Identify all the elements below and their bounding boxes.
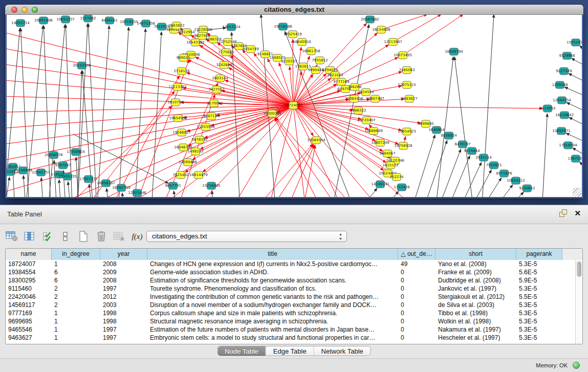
network-node[interactable]: 1640954 [428, 126, 445, 134]
cell-pagerank[interactable]: 5.3E-5 [516, 334, 562, 342]
network-node[interactable]: 7986322 [350, 107, 366, 114]
cell-title[interactable]: Disruption of a novel member of a sodium… [147, 301, 398, 309]
select-rows-button[interactable] [41, 230, 54, 243]
cell-year[interactable]: 1998 [100, 317, 147, 325]
cell-in_degree[interactable]: 6 [52, 268, 100, 276]
tab-node-table[interactable]: Node Table [217, 346, 266, 356]
cell-title[interactable]: Genome-wide association studies in ADHD. [147, 268, 398, 276]
network-node[interactable]: 8215955 [539, 105, 555, 112]
cell-name[interactable]: 9777169 [6, 309, 52, 317]
cell-name[interactable]: 14569117 [6, 301, 52, 309]
network-node[interactable]: 7485063 [399, 67, 415, 74]
network-node[interactable]: 1810755 [167, 99, 183, 106]
cell-name[interactable]: 19384554 [6, 268, 52, 276]
network-node[interactable]: 6479197 [454, 141, 470, 148]
table-row[interactable]: 1872400712008Changes of HCN gene express… [6, 260, 575, 268]
table-row[interactable]: 946362711997Embryonic stem cells: a mode… [6, 334, 575, 342]
network-node[interactable]: 10719155 [120, 18, 138, 26]
cell-short[interactable]: Franke et al. (2009) [435, 268, 516, 276]
network-node[interactable]: 20153346 [73, 62, 91, 69]
cell-in_degree[interactable]: 2 [52, 293, 100, 301]
cell-title[interactable]: Estimation of significance thresholds fo… [147, 276, 398, 285]
network-node[interactable]: 2718126 [173, 68, 190, 75]
network-node[interactable]: 15692971 [552, 127, 571, 135]
cell-name[interactable]: 9465546 [6, 325, 52, 334]
network-node[interactable]: 10653237 [56, 16, 75, 23]
network-node[interactable]: 16914479 [189, 171, 208, 179]
table-selector-dropdown[interactable]: citations_edges.txt ▲▼ [146, 231, 347, 242]
cell-pagerank[interactable]: 5.3E-5 [516, 260, 562, 268]
network-node[interactable]: 9463627 [401, 95, 417, 102]
cell-year[interactable]: 2008 [100, 260, 147, 268]
cell-year[interactable]: 2009 [100, 268, 147, 276]
cell-out_de[interactable]: 49 [398, 260, 435, 268]
cell-pagerank[interactable]: 5.3E-5 [516, 325, 562, 334]
network-node[interactable]: 6466161 [101, 17, 117, 24]
cell-out_de[interactable]: 0 [398, 317, 435, 325]
network-node[interactable]: 9684067 [379, 150, 395, 157]
network-node[interactable]: 15751074 [567, 39, 582, 46]
delete-table-button[interactable] [95, 230, 108, 243]
cell-short[interactable]: Yano et al. (2008) [435, 260, 516, 268]
cell-year[interactable]: 2012 [100, 293, 147, 301]
cell-out_de[interactable]: 0 [398, 293, 435, 301]
cell-in_degree[interactable]: 1 [52, 309, 100, 317]
cell-title[interactable]: Tourette syndrome. Phenomenology and cla… [147, 285, 398, 293]
network-node[interactable]: 17016504 [559, 142, 577, 149]
new-table-button[interactable] [77, 230, 90, 243]
column-header-out_de[interactable]: △ out_de… [398, 249, 435, 260]
network-node[interactable]: 3242848 [216, 61, 232, 69]
network-node[interactable]: 7932621 [486, 162, 502, 169]
cell-in_degree[interactable]: 1 [52, 334, 100, 342]
cell-pagerank[interactable]: 5.3E-5 [516, 285, 562, 293]
network-node[interactable]: 3624554 [358, 89, 374, 96]
network-node[interactable]: 9245652 [519, 185, 535, 192]
cell-year[interactable]: 1997 [100, 334, 147, 342]
close-panel-icon[interactable]: ✕ [574, 209, 581, 217]
network-node[interactable]: 817008 [207, 100, 221, 107]
network-node[interactable]: 12975115 [398, 81, 416, 89]
network-node[interactable]: 16648784 [445, 48, 463, 55]
cell-pagerank[interactable]: 5.3E-5 [516, 309, 562, 317]
cell-year[interactable]: 1997 [100, 325, 147, 334]
cell-short[interactable]: Hescheler et al. (1997) [435, 334, 516, 342]
cell-year[interactable]: 2008 [100, 276, 147, 285]
network-node[interactable]: 9329966 [559, 52, 575, 59]
cell-year[interactable]: 2003 [100, 301, 147, 309]
cell-out_de[interactable]: 0 [398, 309, 435, 317]
network-node[interactable]: 20891406 [34, 17, 53, 24]
column-header-title[interactable]: title [147, 249, 398, 260]
cell-short[interactable]: Tibbo et al. (1998) [435, 309, 516, 317]
table-row[interactable]: 946554611997Estimation of the future num… [6, 325, 575, 334]
network-node[interactable]: 16154808 [372, 26, 390, 33]
column-header-short[interactable]: short [435, 249, 516, 260]
cell-in_degree[interactable]: 1 [52, 325, 100, 334]
network-node[interactable]: 20387682 [361, 16, 379, 23]
network-node[interactable]: 1167534 [568, 155, 582, 162]
function-builder-button[interactable]: f(x) [130, 230, 144, 243]
network-node[interactable]: 12444154 [553, 97, 571, 104]
float-panel-icon[interactable] [559, 209, 567, 217]
network-node[interactable]: 2935114 [475, 154, 492, 161]
network-node[interactable]: 17359924 [67, 148, 85, 156]
network-node[interactable]: 2803144 [212, 75, 228, 82]
network-node[interactable]: 16961758 [302, 48, 320, 55]
cell-in_degree[interactable]: 2 [52, 285, 100, 293]
cell-name[interactable]: 18300295 [6, 276, 52, 285]
cell-pagerank[interactable]: 5.3E-5 [516, 317, 562, 325]
tab-network-table[interactable]: Network Table [314, 346, 371, 356]
scrollbar-thumb[interactable] [577, 261, 581, 277]
cell-in_degree[interactable]: 1 [52, 317, 100, 325]
memory-ok-indicator[interactable] [573, 362, 580, 369]
network-node[interactable]: 8471676 [496, 170, 512, 177]
cell-year[interactable]: 1997 [100, 285, 147, 293]
table-vertical-scrollbar[interactable] [575, 260, 582, 344]
cell-pagerank[interactable]: 5.6E-5 [516, 268, 562, 276]
column-header-pagerank[interactable]: pagerank [516, 249, 562, 260]
network-node[interactable]: 15720407 [357, 117, 376, 124]
network-node[interactable]: 19654923 [398, 128, 416, 135]
network-node[interactable]: 14055714 [11, 19, 30, 27]
table-row[interactable]: 1830029562008Estimation of significance … [6, 276, 575, 285]
network-node[interactable]: 10654112 [507, 177, 525, 184]
cell-name[interactable]: 18724007 [6, 260, 52, 268]
